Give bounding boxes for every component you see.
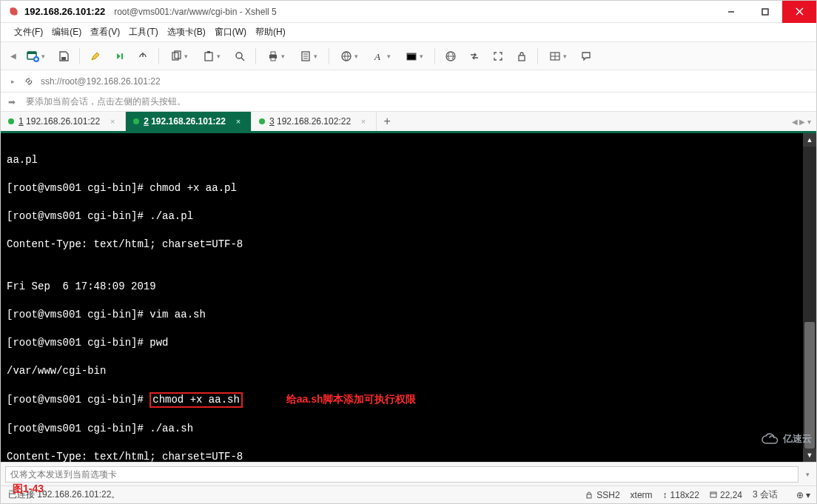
- bookmark-add-icon[interactable]: ➡: [8, 97, 20, 107]
- toolbar-separator: [329, 48, 329, 64]
- figure-label: 图1-43: [13, 483, 44, 496]
- status-connected: 已连接 192.168.26.101:22。: [8, 488, 574, 501]
- terminal-line: /var/www/cgi-bin: [7, 364, 797, 378]
- font-button[interactable]: A: [366, 45, 397, 67]
- terminal-line: [root@vms001 cgi-bin]# ./aa.sh: [7, 422, 797, 436]
- encoding-button[interactable]: [440, 45, 462, 67]
- menu-window[interactable]: 窗口(W): [215, 26, 246, 38]
- status-cursor: 22,24: [710, 490, 742, 500]
- annotation: 给aa.sh脚本添加可执行权限: [286, 393, 417, 405]
- add-tab-button[interactable]: +: [377, 112, 397, 131]
- watermark: 亿速云: [761, 432, 812, 446]
- terminal-line: [root@vms001 cgi-bin]# ./aa.pl: [7, 209, 797, 224]
- properties-button[interactable]: [293, 45, 324, 67]
- print-button[interactable]: [260, 45, 292, 67]
- svg-rect-5: [27, 52, 36, 54]
- menu-help[interactable]: 帮助(H): [255, 26, 286, 38]
- title-bar: 192.168.26.101:22 root@vms001:/var/www/c…: [1, 1, 816, 23]
- layout-button[interactable]: [542, 45, 574, 67]
- scroll-thumb[interactable]: [804, 322, 815, 448]
- save-button[interactable]: [53, 45, 75, 67]
- scroll-down-button[interactable]: ▼: [803, 448, 816, 462]
- toolbar-separator: [255, 48, 256, 64]
- svg-rect-8: [121, 53, 123, 59]
- svg-point-14: [236, 53, 242, 58]
- maximize-button[interactable]: [748, 1, 782, 23]
- status-term: xterm: [631, 490, 653, 500]
- menu-bar: 文件(F) 编辑(E) 查看(V) 工具(T) 选项卡(B) 窗口(W) 帮助(…: [1, 23, 816, 42]
- new-session-button[interactable]: [20, 45, 51, 67]
- tab-close-icon[interactable]: ×: [358, 116, 369, 127]
- status-sessions: 3 会话: [753, 488, 778, 501]
- terminal-line: aa.pl: [7, 153, 797, 167]
- session-tabs: 1 192.168.26.101:22 × 2 192.168.26.101:2…: [1, 112, 816, 133]
- minimize-button[interactable]: [714, 1, 748, 23]
- fullscreen-button[interactable]: [487, 45, 509, 67]
- address-url[interactable]: ssh://root@192.168.26.101:22: [41, 76, 812, 87]
- svg-rect-33: [710, 492, 716, 497]
- scroll-up-button[interactable]: ▲: [803, 133, 816, 147]
- link-icon: [23, 75, 35, 87]
- highlighted-command: chmod +x aa.sh: [149, 392, 243, 408]
- terminal-line: Content-Type: text/html; charset=UTF-8: [7, 238, 797, 252]
- svg-line-15: [241, 58, 244, 61]
- search-button[interactable]: [229, 45, 251, 67]
- address-expand[interactable]: ▸: [8, 78, 17, 85]
- scroll-track[interactable]: [803, 147, 816, 448]
- menu-tools[interactable]: 工具(T): [129, 26, 158, 38]
- title-path: root@vms001:/var/www/cgi-bin - Xshell 5: [114, 7, 277, 17]
- tab-nav[interactable]: ◀ ▶ ▾: [787, 112, 816, 131]
- close-button[interactable]: [782, 1, 816, 23]
- title-ip: 192.168.26.101:22: [24, 6, 105, 17]
- hint-text: 要添加当前会话，点击左侧的箭头按钮。: [26, 95, 186, 108]
- svg-rect-13: [207, 51, 210, 53]
- session-tab-3[interactable]: 3 192.168.26.102:22 ×: [252, 112, 377, 131]
- terminal-line: [root@vms001 cgi-bin]# chmod +x aa.pl: [7, 181, 797, 195]
- hint-bar: ➡ 要添加当前会话，点击左侧的箭头按钮。: [1, 93, 816, 112]
- menu-view[interactable]: 查看(V): [90, 26, 120, 38]
- svg-rect-28: [519, 56, 525, 61]
- color-scheme-button[interactable]: [399, 45, 430, 67]
- toolbar-separator: [434, 48, 435, 64]
- svg-rect-26: [407, 53, 416, 55]
- status-protocol: SSH2: [585, 490, 619, 500]
- copy-button[interactable]: [164, 45, 195, 67]
- svg-rect-18: [271, 58, 275, 61]
- lock-button[interactable]: [511, 45, 533, 67]
- app-icon: [8, 6, 20, 18]
- terminal-line: [root@vms001 cgi-bin]# chmod +x aa.sh 给a…: [7, 392, 797, 408]
- terminal-scrollbar[interactable]: ▲ ▼: [803, 133, 816, 462]
- session-tab-1[interactable]: 1 192.168.26.101:22 ×: [1, 112, 126, 131]
- menu-file[interactable]: 文件(F): [14, 26, 43, 38]
- disconnect-button[interactable]: [132, 45, 154, 67]
- terminal-line: Content-Type: text/html; charset=UTF-8: [7, 450, 797, 462]
- quick-command-input[interactable]: [5, 466, 798, 483]
- toolbar-prev[interactable]: ◀: [8, 52, 19, 60]
- transfer-button[interactable]: [463, 45, 485, 67]
- svg-rect-12: [205, 53, 212, 61]
- tab-close-icon[interactable]: ×: [107, 116, 118, 127]
- status-dot-icon: [259, 118, 265, 124]
- status-bar: 已连接 192.168.26.101:22。 SSH2 xterm ↕ 118x…: [1, 485, 816, 503]
- toolbar-separator: [537, 48, 538, 64]
- menu-edit[interactable]: 编辑(E): [52, 26, 81, 38]
- quick-command-dropdown[interactable]: ▾: [803, 471, 812, 478]
- session-tab-2[interactable]: 2 192.168.26.101:22 ×: [126, 112, 252, 131]
- reconnect-button[interactable]: [108, 45, 130, 67]
- web-button[interactable]: [334, 45, 365, 67]
- svg-text:A: A: [374, 51, 380, 62]
- chat-button[interactable]: [575, 45, 597, 67]
- menu-tabs[interactable]: 选项卡(B): [167, 26, 206, 38]
- paste-button[interactable]: [196, 45, 227, 67]
- highlight-button[interactable]: [84, 45, 107, 67]
- tab-close-icon[interactable]: ×: [233, 116, 243, 127]
- terminal-line: Fri Sep 6 17:48:09 2019: [7, 280, 797, 294]
- svg-rect-7: [61, 57, 66, 60]
- status-size: ↕ 118x22: [663, 490, 699, 500]
- svg-rect-17: [271, 52, 275, 55]
- terminal[interactable]: aa.pl [root@vms001 cgi-bin]# chmod +x aa…: [1, 133, 803, 462]
- terminal-line: [root@vms001 cgi-bin]# pwd: [7, 336, 797, 350]
- status-more[interactable]: ⊕ ▾: [788, 490, 810, 500]
- status-dot-icon: [8, 118, 14, 124]
- toolbar: ◀ A: [1, 42, 816, 70]
